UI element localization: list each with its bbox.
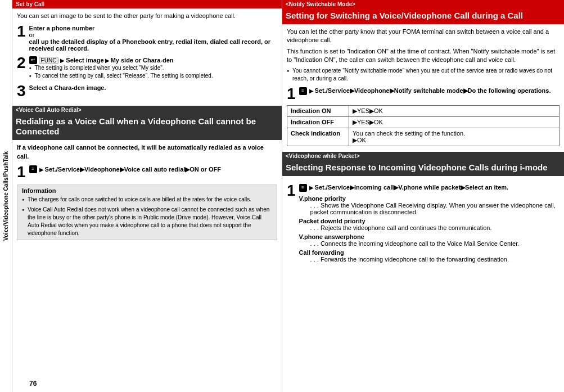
sidebar-label: Voice/Videophone Calls/PushTalk <box>3 151 9 241</box>
table-row-indication-on: Indication ON ▶YES▶OK <box>287 105 560 116</box>
step-1-num: 1 <box>17 24 26 39</box>
step-2-bullet1: The setting is completed when you select… <box>29 64 277 72</box>
step-2-options: My side or Chara-den <box>111 57 174 64</box>
vphone-priority: V.phone priority . . . Shows the Videoph… <box>299 195 560 215</box>
voice-call-intro: If a videophone call cannot be connected… <box>17 143 277 161</box>
notify-step-1-num: 1 <box>287 86 296 102</box>
step-1-content: Enter a phone number or call up the deta… <box>29 24 277 52</box>
notify-step-1-content: ≡ ▶ Set./Service▶Videophone▶Notify switc… <box>299 86 560 95</box>
step-2-num: 2 <box>17 55 26 71</box>
page-number: 76 <box>29 380 37 388</box>
information-box: Information The charges for calls once s… <box>17 184 277 240</box>
set-by-call-header: Set by Call <box>12 0 282 8</box>
step-3: 3 Select a Chara-den image. <box>17 83 277 99</box>
step-3-num: 3 <box>17 83 26 99</box>
step-1-line1: Enter a phone number <box>29 25 277 31</box>
indication-off-content: ▶YES▶OK <box>349 116 560 128</box>
vphone-answerphone: V.phone answerphone . . . Connects the i… <box>299 233 560 247</box>
info-bullet-2: Voice Call Auto Redial does not work whe… <box>22 206 272 237</box>
notify-content: You can let the other party know that yo… <box>282 24 564 152</box>
table-row-indication-off: Indication OFF ▶YES▶OK <box>287 116 560 128</box>
indication-table: Indication ON ▶YES▶OK Indication OFF ▶YE… <box>287 105 560 146</box>
vphone-priority-name: V.phone priority <box>299 195 560 202</box>
auto-redial-step-1-content: ≡ ▶ Set./Service▶Videophone▶Voice call a… <box>29 164 277 173</box>
vphone-answerphone-name: V.phone answerphone <box>299 233 560 240</box>
notify-instruction: Set./Service▶Videophone▶Notify switchabl… <box>315 87 551 94</box>
info-bullet-1: The charges for calls once switched to v… <box>22 196 272 204</box>
check-indication-content: You can check the setting of the functio… <box>349 128 560 146</box>
notify-para1: You can let the other party know that yo… <box>287 28 560 45</box>
check-indication-label: Check indication <box>287 128 349 146</box>
step-2-instruction: Select image <box>66 57 103 64</box>
step-2: 2 ↩ FUNC ▶ Select image ▶ My side or Cha… <box>17 55 277 80</box>
table-row-check-indication: Check indication You can check the setti… <box>287 128 560 146</box>
call-forwarding: Call forwarding . . . Forwards the incom… <box>299 249 560 263</box>
set-by-call-intro: You can set an image to be sent to the o… <box>17 12 277 20</box>
voice-call-title: Redialing as a Voice Call when a Videoph… <box>12 114 282 140</box>
indication-off-label: Indication OFF <box>287 116 349 128</box>
vpacket-tag: <Videophone while Packet> <box>282 152 564 160</box>
indication-on-content: ▶YES▶OK <box>349 105 560 116</box>
call-forwarding-desc: . . . Forwards the incoming videophone c… <box>299 256 560 263</box>
menu-icon-vpacket: ≡ <box>299 184 307 192</box>
auto-redial-instruction: Set./Service▶Videophone▶Voice call auto … <box>45 166 221 173</box>
info-header: Information <box>22 187 272 194</box>
step-3-instruction: Select a Chara-den image. <box>29 84 277 91</box>
auto-redial-step-1: 1 ≡ ▶ Set./Service▶Videophone▶Voice call… <box>17 164 277 180</box>
indication-on-label: Indication ON <box>287 105 349 116</box>
vpacket-step-1: 1 ≡ ▶ Set./Service▶Incoming call▶V.phone… <box>287 183 560 263</box>
vphone-priority-desc: . . . Shows the Videophone Call Receivin… <box>299 202 560 215</box>
sidebar: Voice/Videophone Calls/PushTalk <box>0 0 12 392</box>
voice-call-tag: <Voice Call Auto Redial> <box>12 106 282 114</box>
vphone-answerphone-desc: . . . Connects the incoming videophone c… <box>299 240 560 247</box>
step-1-or: or <box>29 31 277 38</box>
right-column: <Notify Switchable Mode> Setting for Swi… <box>282 0 564 392</box>
voice-call-content: If a videophone call cannot be connected… <box>12 140 282 248</box>
notify-title: Setting for Switching a Voice/Videophone… <box>282 8 564 24</box>
notify-bullet1: You cannot operate "Notify switchable mo… <box>287 67 560 83</box>
redial-icon: ↩ <box>29 56 37 64</box>
notify-step-1: 1 ≡ ▶ Set./Service▶Videophone▶Notify swi… <box>287 86 560 102</box>
step-3-content: Select a Chara-den image. <box>29 83 277 91</box>
auto-redial-step-1-num: 1 <box>17 164 26 180</box>
func-button: FUNC <box>39 57 59 64</box>
vpacket-content: 1 ≡ ▶ Set./Service▶Incoming call▶V.phone… <box>282 176 564 269</box>
step-1: 1 Enter a phone number or call up the de… <box>17 24 277 52</box>
vpacket-title: Selecting Response to Incoming Videophon… <box>282 160 564 176</box>
menu-icon-left: ≡ <box>29 165 37 173</box>
step2-arrow1: ▶ <box>60 57 65 64</box>
step2-arrow2: ▶ <box>105 57 110 64</box>
set-by-call-content: You can set an image to be sent to the o… <box>12 8 282 106</box>
step-2-bullet2: To cancel the setting by call, select "R… <box>29 72 277 80</box>
vpacket-step-1-content: ≡ ▶ Set./Service▶Incoming call▶V.phone w… <box>299 183 560 263</box>
packet-downld-desc: . . . Rejects the videophone call and co… <box>299 224 560 231</box>
step-1-line3: call up the detailed display of a Phoneb… <box>29 38 277 52</box>
notify-para2: This function is set to "Indication ON" … <box>287 47 560 65</box>
vpacket-step-1-num: 1 <box>287 183 296 199</box>
packet-downld-priority: Packet downld priority . . . Rejects the… <box>299 218 560 231</box>
step-2-content: ↩ FUNC ▶ Select image ▶ My side or Chara… <box>29 55 277 80</box>
vpacket-instruction: Set./Service▶Incoming call▶V.phone while… <box>315 184 509 191</box>
packet-downld-name: Packet downld priority <box>299 218 560 224</box>
call-forwarding-name: Call forwarding <box>299 249 560 256</box>
menu-icon-right: ≡ <box>299 87 307 95</box>
notify-tag: <Notify Switchable Mode> <box>282 0 564 8</box>
